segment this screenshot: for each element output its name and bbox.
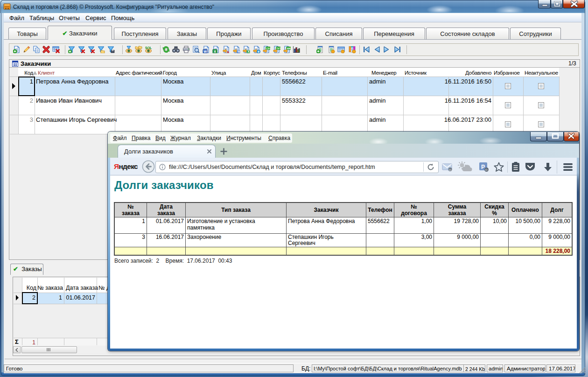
svg-text:O‑: O‑ (485, 168, 489, 171)
svg-text:O‑: O‑ (449, 168, 452, 171)
svg-text:XML: XML (287, 47, 291, 50)
svg-text:W: W (238, 50, 241, 53)
svg-text:X: X (214, 49, 216, 53)
svg-text:e: e (258, 50, 259, 53)
svg-text:P: P (481, 164, 485, 170)
svg-text:TXT: TXT (276, 47, 280, 50)
svg-text:W: W (203, 49, 207, 53)
svg-text:A: A (227, 50, 229, 53)
svg-text:X: X (247, 50, 250, 53)
svg-text:CSV: CSV (266, 47, 270, 50)
